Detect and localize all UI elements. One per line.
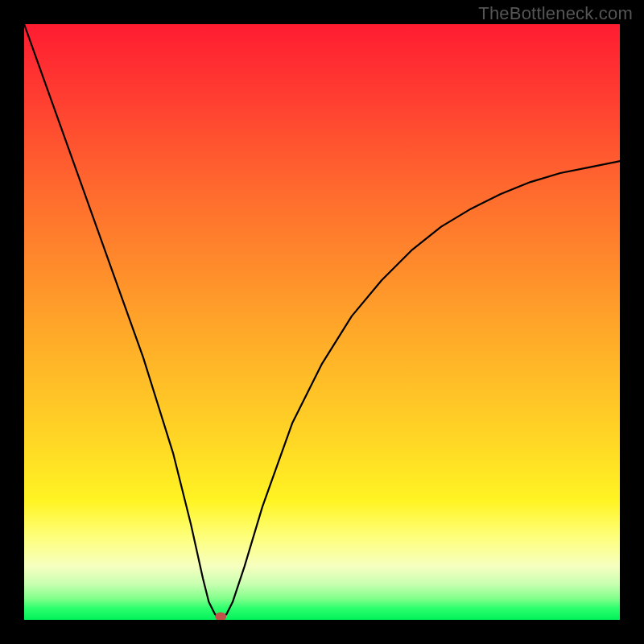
bottleneck-curve — [24, 24, 620, 620]
curve-svg — [24, 24, 620, 620]
minimum-marker — [215, 613, 226, 621]
watermark-text: TheBottleneck.com — [478, 3, 633, 24]
chart-frame: TheBottleneck.com — [0, 0, 644, 644]
plot-area — [24, 24, 620, 620]
